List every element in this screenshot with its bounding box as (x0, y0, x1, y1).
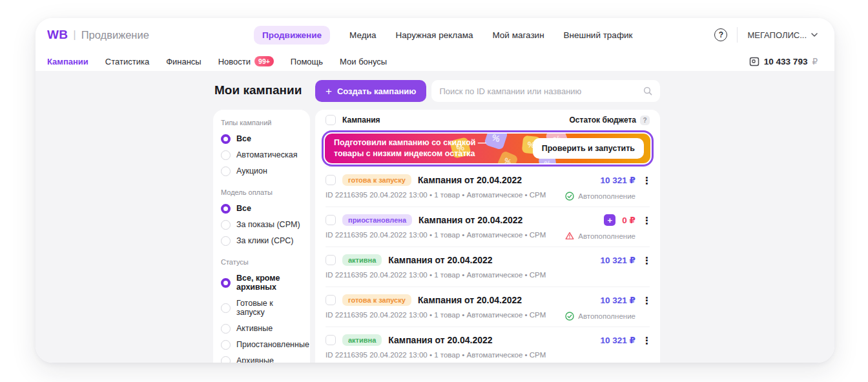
sub-nav-item-2[interactable]: Финансы (166, 57, 202, 66)
filter-option[interactable]: Готовые к запуску (221, 296, 302, 321)
autorefill-label: Автопополнение (578, 312, 636, 320)
filter-option[interactable]: Все (221, 201, 302, 217)
campaign-rows: готова к запускуКампания от 20.04.2022ID… (326, 166, 650, 363)
campaign-title: Кампания от 20.04.2022 (418, 295, 522, 305)
kebab-menu-button[interactable]: ⋮ (642, 256, 650, 265)
campaign-row[interactable]: активнаКампания от 20.04.2022ID 22116395… (326, 327, 650, 363)
kebab-menu-button[interactable]: ⋮ (642, 216, 650, 225)
promo-banner[interactable]: % % % % % % Подготовили кампанию со скид… (322, 130, 654, 166)
filter-option[interactable]: Активные (221, 321, 302, 337)
campaign-title: Кампания от 20.04.2022 (388, 255, 492, 265)
filter-option[interactable]: Архивные (221, 353, 302, 363)
help-icon[interactable]: ? (714, 28, 727, 41)
filter-option[interactable]: Все, кроме архивных (221, 270, 302, 296)
select-all-checkbox[interactable] (326, 115, 336, 125)
filter-option[interactable]: Автоматическая (221, 147, 302, 163)
create-campaign-button[interactable]: + Создать кампанию (315, 80, 426, 102)
campaign-row[interactable]: приостановленаКампания от 20.04.2022ID 2… (326, 206, 650, 246)
sub-nav-item-0[interactable]: Кампании (47, 57, 88, 66)
radio-icon (221, 324, 231, 334)
kebab-menu-button[interactable]: ⋮ (642, 336, 650, 345)
sub-nav-item-label: Помощь (291, 57, 323, 66)
campaign-row[interactable]: готова к запускуКампания от 20.04.2022ID… (326, 166, 650, 206)
autorefill-line: Автопополнение (565, 231, 650, 241)
campaign-row-main: активнаКампания от 20.04.2022ID 22116395… (326, 254, 601, 281)
search-box (431, 80, 660, 102)
campaign-list-card: Кампания Остаток бюджета ? % % % % % (315, 110, 660, 363)
top-nav: ПродвижениеМедиаНаружная рекламаМой мага… (254, 26, 632, 45)
autorefill-ok-icon (565, 312, 574, 321)
radio-icon (221, 303, 231, 313)
percent-decoration-icon: % (497, 150, 519, 163)
search-input[interactable] (439, 86, 643, 96)
campaign-row-budget-line: 10 321 ₽⋮ (601, 254, 650, 266)
budget-amount: 10 321 ₽ (601, 335, 636, 345)
filter-option-label: Все, кроме архивных (236, 274, 302, 292)
radio-icon (221, 134, 231, 144)
campaign-row[interactable]: активнаКампания от 20.04.2022ID 22116395… (326, 246, 650, 286)
account-name: МЕГАПОЛИС... (747, 30, 807, 40)
campaign-title: Кампания от 20.04.2022 (418, 215, 522, 225)
campaign-row-line1: готова к запускуКампания от 20.04.2022 (326, 294, 565, 307)
main-column: + Создать кампанию Кампания Остаток бюдж… (315, 80, 660, 363)
top-nav-item-1[interactable]: Медиа (349, 30, 377, 40)
filter-group-label-2: Статусы (221, 258, 302, 266)
kebab-menu-button[interactable]: ⋮ (642, 296, 650, 305)
filter-option-label: Архивные (236, 356, 274, 363)
campaign-row-right: 10 321 ₽⋮Автопополнение (565, 294, 650, 321)
campaign-row-budget-line: 10 321 ₽⋮ (601, 174, 650, 186)
budget-help-icon[interactable]: ? (640, 116, 650, 125)
campaign-row-line1: готова к запускуКампания от 20.04.2022 (326, 174, 565, 186)
account-dropdown[interactable]: МЕГАПОЛИС... (747, 30, 818, 40)
balance-widget[interactable]: 10 433 793 ₽ (749, 56, 818, 66)
budget-amount: 0 ₽ (622, 215, 636, 225)
autorefill-line (636, 351, 650, 361)
row-checkbox[interactable] (326, 295, 336, 305)
radio-icon (221, 204, 231, 214)
promo-banner-line2: товары с низким индексом остатка (334, 148, 486, 160)
sub-nav-item-4[interactable]: Помощь (291, 57, 323, 66)
promo-check-launch-button[interactable]: Проверить и запустить (533, 138, 644, 159)
row-checkbox[interactable] (326, 255, 336, 265)
plus-icon: + (326, 86, 332, 97)
top-nav-item-0[interactable]: Продвижение (254, 26, 330, 45)
status-badge: готова к запуску (342, 174, 411, 186)
top-header: WB | Продвижение ПродвижениеМедиаНаружна… (36, 18, 834, 52)
filter-option[interactable]: За клики (CPC) (221, 233, 302, 249)
sub-nav-item-5[interactable]: Мои бонусы (340, 57, 387, 66)
autorefill-label: Автопополнение (578, 192, 636, 200)
top-nav-item-4[interactable]: Внешний трафик (564, 30, 633, 40)
campaign-row[interactable]: готова к запускуКампания от 20.04.2022ID… (326, 286, 650, 327)
filter-group-label-1: Модель оплаты (221, 188, 302, 196)
balance-currency: ₽ (812, 56, 818, 66)
filter-option[interactable]: За показы (CPM) (221, 217, 302, 233)
autorefill-line: Автопополнение (565, 311, 650, 321)
wb-logo[interactable]: WB | Продвижение (47, 28, 209, 42)
filter-option[interactable]: Приостановленные (221, 337, 302, 353)
top-nav-item-3[interactable]: Мой магазин (492, 30, 544, 40)
topup-button[interactable]: + (604, 214, 615, 226)
news-count-badge: 99+ (254, 56, 274, 67)
row-checkbox[interactable] (326, 335, 336, 345)
sub-nav-item-3[interactable]: Новости99+ (218, 56, 274, 67)
row-checkbox[interactable] (326, 215, 336, 225)
radio-icon (221, 236, 231, 246)
kebab-menu-button[interactable]: ⋮ (642, 176, 650, 185)
autorefill-label: Автопополнение (578, 232, 636, 240)
filter-card: Типы кампанийВсеАвтоматическаяАукционМод… (213, 110, 310, 363)
wb-logo-mark: WB (47, 28, 68, 42)
create-campaign-label: Создать кампанию (337, 86, 416, 96)
campaign-row-budget-line: +0 ₽⋮ (604, 214, 650, 226)
filter-option[interactable]: Аукцион (221, 163, 302, 179)
radio-icon (221, 340, 231, 350)
filter-option[interactable]: Все (221, 131, 302, 147)
top-nav-item-2[interactable]: Наружная реклама (396, 30, 473, 40)
campaign-row-line1: приостановленаКампания от 20.04.2022 (326, 214, 565, 226)
campaign-row-right: 10 321 ₽⋮Автопополнение (565, 174, 650, 201)
sub-nav-item-1[interactable]: Статистика (105, 57, 149, 66)
filter-group-label-0: Типы кампаний (221, 119, 302, 126)
status-badge: активна (342, 334, 382, 346)
campaign-row-budget-line: 10 321 ₽⋮ (601, 294, 650, 307)
campaign-row-line1: активнаКампания от 20.04.2022 (326, 254, 601, 266)
row-checkbox[interactable] (326, 175, 336, 185)
